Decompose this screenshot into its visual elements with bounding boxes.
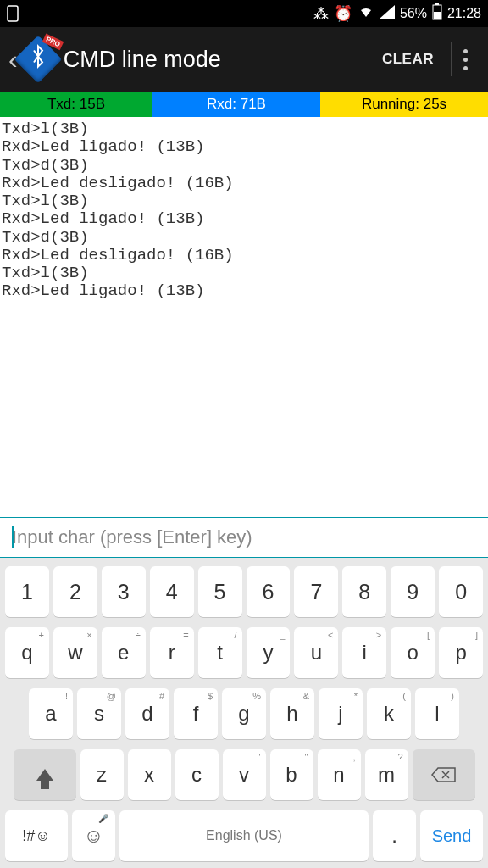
key-alt-label: / bbox=[234, 630, 236, 640]
key-f[interactable]: f$ bbox=[174, 688, 218, 739]
page-title: CMD line mode bbox=[64, 47, 382, 73]
txd-counter: Txd: 15B bbox=[0, 92, 152, 117]
key-alt-label: < bbox=[328, 630, 333, 640]
key-c[interactable]: c bbox=[175, 749, 219, 800]
key-3[interactable]: 3 bbox=[102, 566, 146, 617]
key-0[interactable]: 0 bbox=[439, 566, 483, 617]
key-alt-label: + bbox=[38, 630, 43, 640]
key-a[interactable]: a! bbox=[29, 688, 73, 739]
key-space[interactable]: English (US) bbox=[119, 810, 369, 861]
key-d[interactable]: d# bbox=[125, 688, 169, 739]
key-send[interactable]: Send bbox=[420, 810, 483, 861]
wifi-icon bbox=[358, 5, 374, 22]
terminal-output[interactable]: Txd>l(3B) Rxd>Led ligado! (13B) Txd>d(3B… bbox=[0, 117, 488, 517]
key-alt-label: $ bbox=[208, 691, 213, 701]
shift-icon bbox=[36, 769, 53, 781]
battery-pct: 56% bbox=[400, 6, 427, 21]
key-g[interactable]: g% bbox=[222, 688, 266, 739]
key-w[interactable]: w× bbox=[53, 627, 97, 678]
key-alt-label: @ bbox=[107, 691, 116, 701]
key-u[interactable]: u< bbox=[294, 627, 338, 678]
key-alt-label: & bbox=[303, 691, 309, 701]
key-alt-label: * bbox=[354, 691, 358, 701]
key-alt-label: " bbox=[305, 752, 308, 762]
key-alt-label: ÷ bbox=[136, 630, 141, 640]
key-8[interactable]: 8 bbox=[342, 566, 386, 617]
key-alt-label: ] bbox=[475, 630, 478, 640]
stats-bar: Txd: 15B Rxd: 71B Running: 25s bbox=[0, 92, 488, 117]
key-alt-label: = bbox=[183, 630, 188, 640]
key-alt-label: ? bbox=[397, 752, 402, 762]
command-input[interactable] bbox=[12, 526, 476, 548]
key-p[interactable]: p] bbox=[439, 627, 483, 678]
key-alt-label: ' bbox=[258, 752, 260, 762]
key-alt-label: [ bbox=[427, 630, 430, 640]
app-bar: ‹ PRO CMD line mode CLEAR bbox=[0, 27, 488, 92]
phone-icon bbox=[7, 5, 19, 22]
soft-keyboard: 1234567890 q+w×e÷r=t/y_u<i>o[p] a!s@d#f$… bbox=[0, 558, 488, 868]
key-backspace[interactable] bbox=[413, 749, 475, 800]
key-n[interactable]: n, bbox=[318, 749, 361, 800]
key-x[interactable]: x bbox=[128, 749, 171, 800]
clear-button[interactable]: CLEAR bbox=[382, 51, 434, 68]
battery-icon bbox=[432, 3, 442, 24]
backspace-icon bbox=[431, 766, 457, 783]
key-symbols[interactable]: !#☺ bbox=[5, 810, 68, 861]
key-5[interactable]: 5 bbox=[198, 566, 242, 617]
input-row bbox=[0, 517, 488, 558]
key-alt-label: , bbox=[352, 752, 355, 762]
alarm-icon: ⏰ bbox=[334, 4, 352, 23]
svg-rect-0 bbox=[8, 6, 18, 21]
key-6[interactable]: 6 bbox=[247, 566, 291, 617]
running-timer: Running: 25s bbox=[320, 92, 488, 117]
key-emoji[interactable]: ☺🎤 bbox=[72, 810, 115, 861]
key-shift[interactable] bbox=[14, 749, 76, 800]
key-q[interactable]: q+ bbox=[5, 627, 49, 678]
key-4[interactable]: 4 bbox=[150, 566, 194, 617]
overflow-menu-icon[interactable] bbox=[451, 42, 480, 76]
clock: 21:28 bbox=[447, 6, 481, 21]
bluetooth-icon bbox=[30, 44, 47, 75]
key-alt-label: _ bbox=[280, 630, 285, 640]
key-z[interactable]: z bbox=[80, 749, 124, 800]
key-j[interactable]: j* bbox=[319, 688, 363, 739]
key-m[interactable]: m? bbox=[365, 749, 408, 800]
key-t[interactable]: t/ bbox=[198, 627, 242, 678]
key-alt-label: % bbox=[252, 691, 261, 701]
key-i[interactable]: i> bbox=[342, 627, 386, 678]
key-s[interactable]: s@ bbox=[77, 688, 121, 739]
key-l[interactable]: l) bbox=[415, 688, 459, 739]
key-o[interactable]: o[ bbox=[391, 627, 435, 678]
key-r[interactable]: r= bbox=[150, 627, 194, 678]
key-alt-label: > bbox=[376, 630, 381, 640]
key-b[interactable]: b" bbox=[270, 749, 313, 800]
key-alt-label: × bbox=[86, 630, 92, 640]
key-v[interactable]: v' bbox=[223, 749, 266, 800]
svg-rect-3 bbox=[434, 12, 441, 19]
key-2[interactable]: 2 bbox=[53, 566, 97, 617]
key-1[interactable]: 1 bbox=[5, 566, 49, 617]
bluetooth-icon: ⁂ bbox=[313, 4, 329, 23]
key-alt-label: ) bbox=[451, 691, 454, 701]
key-e[interactable]: e÷ bbox=[102, 627, 146, 678]
key-alt-label: ! bbox=[65, 691, 68, 701]
status-bar: ⁂ ⏰ 56% 21:28 bbox=[0, 0, 488, 27]
key-h[interactable]: h& bbox=[270, 688, 314, 739]
key-k[interactable]: k( bbox=[367, 688, 411, 739]
key-alt-label: ( bbox=[402, 691, 406, 701]
text-cursor bbox=[12, 526, 14, 548]
key-y[interactable]: y_ bbox=[247, 627, 291, 678]
signal-icon bbox=[380, 5, 395, 22]
key-period[interactable]: . bbox=[373, 810, 416, 861]
mic-icon: 🎤 bbox=[98, 814, 108, 823]
key-7[interactable]: 7 bbox=[294, 566, 338, 617]
key-alt-label: # bbox=[159, 691, 164, 701]
rxd-counter: Rxd: 71B bbox=[152, 92, 320, 117]
key-9[interactable]: 9 bbox=[391, 566, 435, 617]
app-logo[interactable]: PRO bbox=[19, 41, 57, 78]
